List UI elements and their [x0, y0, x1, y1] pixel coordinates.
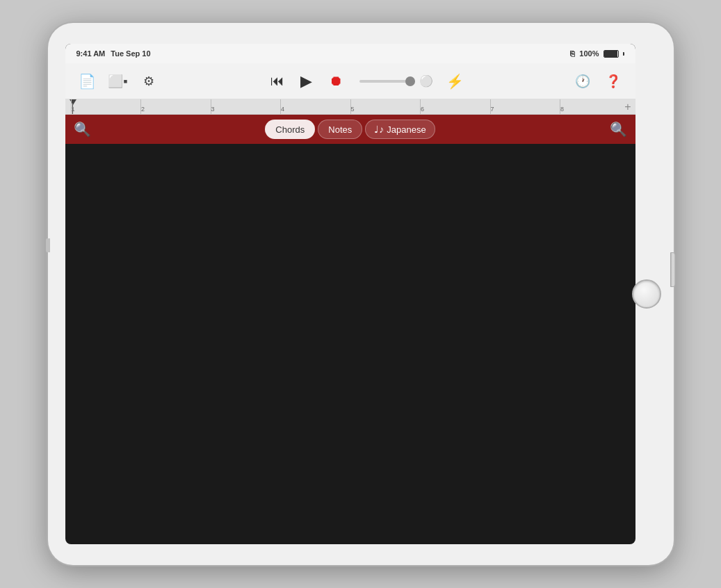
record-button[interactable]: ⏺ [323, 69, 348, 94]
toolbar-right: 🕐 ❓ [572, 70, 624, 92]
music-note-icon: ♩♪ [374, 124, 384, 135]
ruler-mark-7: 7 [490, 99, 560, 114]
play-button[interactable]: ▶ [294, 69, 319, 94]
play-icon: ▶ [300, 72, 312, 90]
rewind-button[interactable]: ⏮ [265, 69, 290, 94]
zoom-out-icon[interactable]: 🔍 [74, 121, 91, 138]
toolbar: 📄 ⬜▪ ⚙ ⏮ ▶ ⏺ [65, 63, 635, 99]
ipad-screen: 9:41 AM Tue Sep 10 ⎘ 100% 📄 [65, 44, 635, 544]
status-bar: 9:41 AM Tue Sep 10 ⎘ 100% [65, 44, 635, 63]
help-icon: ❓ [606, 74, 621, 89]
settings-button[interactable]: 🕐 [572, 70, 594, 92]
battery-indicator [603, 50, 619, 58]
ruler-mark-4: 4 [280, 99, 350, 114]
toolbar-center: ⏮ ▶ ⏺ ⚪ ⚡ [265, 69, 467, 94]
timeline-ruler: 1 2 3 4 5 6 7 8 + [65, 99, 635, 115]
status-left: 9:41 AM Tue Sep 10 [76, 49, 151, 58]
home-button-right[interactable] [670, 252, 676, 287]
help-button[interactable]: ❓ [602, 70, 624, 92]
add-track-button[interactable]: + [624, 101, 631, 113]
battery-label: 100% [579, 49, 599, 58]
metronome-button[interactable]: ⚡ [444, 70, 467, 92]
ruler-marks: 1 2 3 4 5 6 7 8 [71, 99, 630, 114]
ruler-mark-1: 1 [71, 99, 141, 114]
tracks-button[interactable]: ⬜▪ [107, 70, 129, 92]
volume-control: ⚪ [359, 74, 433, 88]
status-date: Tue Sep 10 [111, 49, 150, 58]
mixer-button[interactable]: ⚙ [138, 70, 160, 92]
volume-circle-icon: ⚪ [419, 74, 433, 88]
side-button-left[interactable] [46, 238, 50, 252]
home-button[interactable] [632, 279, 661, 309]
ruler-mark-3: 3 [211, 99, 281, 114]
mode-buttons: Chords Notes ♩♪ Japanese [264, 120, 436, 139]
ruler-mark-6: 6 [420, 99, 490, 114]
volume-slider[interactable] [359, 80, 415, 83]
settings-icon: 🕐 [575, 74, 590, 89]
instrument-controls: 🔍 Chords Notes ♩♪ Japanese 🔍 [65, 115, 635, 144]
ruler-mark-2: 2 [140, 99, 211, 114]
zoom-in-icon[interactable]: 🔍 [610, 121, 627, 138]
status-right: ⎘ 100% [570, 49, 624, 58]
left-zoom-area: 🔍 [74, 121, 91, 138]
status-time: 9:41 AM [76, 49, 106, 58]
document-icon: 📄 [79, 73, 96, 90]
instrument-main: 🔍 Chords Notes ♩♪ Japanese 🔍 [65, 115, 635, 144]
japanese-button[interactable]: ♩♪ Japanese [365, 120, 435, 139]
wifi-icon: ⎘ [570, 49, 575, 58]
metronome-icon: ⚡ [446, 73, 464, 90]
chords-button[interactable]: Chords [265, 120, 315, 139]
ipad-device: 9:41 AM Tue Sep 10 ⎘ 100% 📄 [48, 23, 674, 565]
rewind-icon: ⏮ [270, 73, 284, 89]
tracks-icon: ⬜▪ [108, 74, 127, 89]
ruler-mark-8: 8 [560, 99, 630, 114]
new-button[interactable]: 📄 [76, 70, 99, 92]
transport-controls: ⏮ ▶ ⏺ [265, 69, 348, 94]
mixer-icon: ⚙ [143, 74, 154, 89]
toolbar-left: 📄 ⬜▪ ⚙ [76, 70, 160, 92]
volume-knob[interactable] [405, 76, 415, 86]
battery-fill [604, 51, 617, 57]
notes-button[interactable]: Notes [318, 120, 362, 139]
ruler-mark-5: 5 [350, 99, 421, 114]
right-zoom-area: 🔍 [610, 121, 627, 138]
battery-tip [623, 52, 624, 56]
record-icon: ⏺ [329, 73, 343, 89]
